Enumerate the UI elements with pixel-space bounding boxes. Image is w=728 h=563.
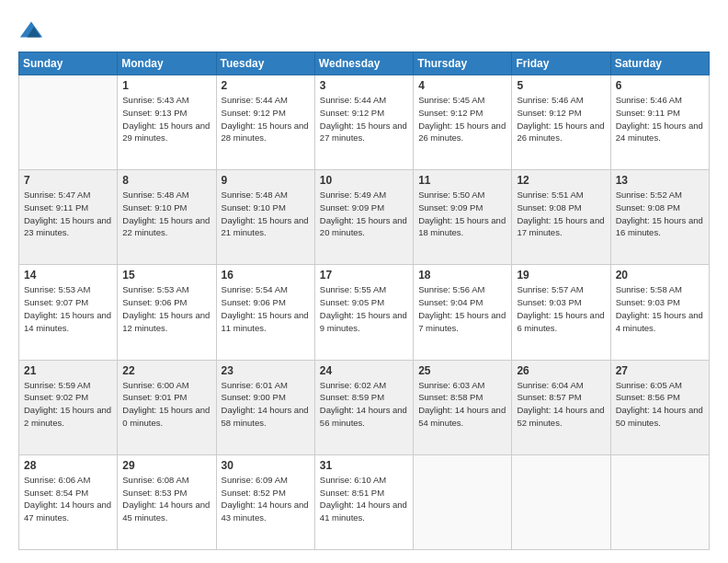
cell-info: Sunrise: 6:00 AMSunset: 9:01 PMDaylight:… <box>122 379 210 430</box>
calendar-header-cell: Thursday <box>414 52 512 75</box>
calendar-cell <box>512 454 610 549</box>
calendar-cell: 25Sunrise: 6:03 AMSunset: 8:58 PMDayligh… <box>414 360 512 454</box>
cell-date: 11 <box>418 174 506 187</box>
cell-info: Sunrise: 5:55 AMSunset: 9:05 PMDaylight:… <box>320 283 408 334</box>
calendar-cell: 6Sunrise: 5:46 AMSunset: 9:11 PMDaylight… <box>610 75 709 170</box>
calendar-header-cell: Wednesday <box>314 52 413 75</box>
cell-date: 15 <box>122 269 210 282</box>
calendar-cell: 26Sunrise: 6:04 AMSunset: 8:57 PMDayligh… <box>512 360 610 454</box>
cell-info: Sunrise: 5:54 AMSunset: 9:06 PMDaylight:… <box>222 283 310 334</box>
cell-info: Sunrise: 6:06 AMSunset: 8:54 PMDaylight:… <box>24 474 112 524</box>
calendar-week-row: 14Sunrise: 5:53 AMSunset: 9:07 PMDayligh… <box>19 265 710 360</box>
calendar-cell: 28Sunrise: 6:06 AMSunset: 8:54 PMDayligh… <box>19 454 118 549</box>
cell-date: 9 <box>222 174 310 187</box>
cell-date: 24 <box>320 364 408 377</box>
logo <box>18 17 48 42</box>
calendar-header-cell: Friday <box>512 52 610 75</box>
calendar-cell: 1Sunrise: 5:43 AMSunset: 9:13 PMDaylight… <box>118 75 216 170</box>
calendar-table: SundayMondayTuesdayWednesdayThursdayFrid… <box>18 52 710 550</box>
cell-date: 25 <box>418 364 506 377</box>
cell-info: Sunrise: 5:48 AMSunset: 9:10 PMDaylight:… <box>222 189 310 239</box>
calendar-header-cell: Sunday <box>19 52 118 75</box>
calendar-cell: 9Sunrise: 5:48 AMSunset: 9:10 PMDaylight… <box>216 170 314 265</box>
cell-date: 20 <box>616 269 704 282</box>
calendar-cell: 16Sunrise: 5:54 AMSunset: 9:06 PMDayligh… <box>216 265 314 360</box>
cell-info: Sunrise: 6:08 AMSunset: 8:53 PMDaylight:… <box>122 474 210 524</box>
cell-info: Sunrise: 6:05 AMSunset: 8:56 PMDaylight:… <box>616 379 704 430</box>
cell-date: 2 <box>222 79 310 92</box>
calendar-cell: 2Sunrise: 5:44 AMSunset: 9:12 PMDaylight… <box>216 75 314 170</box>
cell-info: Sunrise: 5:44 AMSunset: 9:12 PMDaylight:… <box>320 94 408 144</box>
calendar-week-row: 28Sunrise: 6:06 AMSunset: 8:54 PMDayligh… <box>19 454 710 549</box>
cell-info: Sunrise: 5:48 AMSunset: 9:10 PMDaylight:… <box>122 189 210 239</box>
logo-icon <box>18 17 44 42</box>
cell-info: Sunrise: 6:10 AMSunset: 8:51 PMDaylight:… <box>320 474 408 524</box>
calendar-cell: 29Sunrise: 6:08 AMSunset: 8:53 PMDayligh… <box>118 454 216 549</box>
cell-date: 27 <box>616 364 704 377</box>
calendar-cell: 11Sunrise: 5:50 AMSunset: 9:09 PMDayligh… <box>414 170 512 265</box>
header <box>18 17 710 42</box>
cell-info: Sunrise: 5:52 AMSunset: 9:08 PMDaylight:… <box>616 189 704 239</box>
cell-date: 13 <box>616 174 704 187</box>
cell-date: 10 <box>320 174 408 187</box>
cell-info: Sunrise: 5:51 AMSunset: 9:08 PMDaylight:… <box>517 189 605 239</box>
cell-info: Sunrise: 5:56 AMSunset: 9:04 PMDaylight:… <box>418 283 506 334</box>
cell-date: 12 <box>517 174 605 187</box>
cell-date: 21 <box>24 364 112 377</box>
calendar-cell: 19Sunrise: 5:57 AMSunset: 9:03 PMDayligh… <box>512 265 610 360</box>
calendar-cell <box>414 454 512 549</box>
cell-date: 3 <box>320 79 408 92</box>
calendar-cell: 7Sunrise: 5:47 AMSunset: 9:11 PMDaylight… <box>19 170 118 265</box>
cell-date: 7 <box>24 174 112 187</box>
calendar-week-row: 1Sunrise: 5:43 AMSunset: 9:13 PMDaylight… <box>19 75 710 170</box>
calendar-cell: 24Sunrise: 6:02 AMSunset: 8:59 PMDayligh… <box>314 360 413 454</box>
calendar-cell: 30Sunrise: 6:09 AMSunset: 8:52 PMDayligh… <box>216 454 314 549</box>
cell-date: 29 <box>122 459 210 472</box>
calendar-cell: 20Sunrise: 5:58 AMSunset: 9:03 PMDayligh… <box>610 265 709 360</box>
cell-info: Sunrise: 5:53 AMSunset: 9:06 PMDaylight:… <box>122 283 210 334</box>
calendar-cell: 3Sunrise: 5:44 AMSunset: 9:12 PMDaylight… <box>314 75 413 170</box>
cell-date: 28 <box>24 459 112 472</box>
calendar-header-cell: Monday <box>118 52 216 75</box>
calendar-cell: 31Sunrise: 6:10 AMSunset: 8:51 PMDayligh… <box>314 454 413 549</box>
calendar-cell: 14Sunrise: 5:53 AMSunset: 9:07 PMDayligh… <box>19 265 118 360</box>
cell-info: Sunrise: 5:46 AMSunset: 9:12 PMDaylight:… <box>517 94 605 144</box>
calendar-cell: 13Sunrise: 5:52 AMSunset: 9:08 PMDayligh… <box>610 170 709 265</box>
cell-date: 4 <box>418 79 506 92</box>
cell-date: 19 <box>517 269 605 282</box>
cell-info: Sunrise: 5:58 AMSunset: 9:03 PMDaylight:… <box>616 283 704 334</box>
cell-date: 14 <box>24 269 112 282</box>
cell-info: Sunrise: 6:03 AMSunset: 8:58 PMDaylight:… <box>418 379 506 430</box>
calendar-cell: 4Sunrise: 5:45 AMSunset: 9:12 PMDaylight… <box>414 75 512 170</box>
calendar-cell: 23Sunrise: 6:01 AMSunset: 9:00 PMDayligh… <box>216 360 314 454</box>
cell-info: Sunrise: 5:45 AMSunset: 9:12 PMDaylight:… <box>418 94 506 144</box>
calendar-header-cell: Tuesday <box>216 52 314 75</box>
calendar-week-row: 7Sunrise: 5:47 AMSunset: 9:11 PMDaylight… <box>19 170 710 265</box>
cell-info: Sunrise: 5:57 AMSunset: 9:03 PMDaylight:… <box>517 283 605 334</box>
calendar-cell: 21Sunrise: 5:59 AMSunset: 9:02 PMDayligh… <box>19 360 118 454</box>
calendar-cell: 18Sunrise: 5:56 AMSunset: 9:04 PMDayligh… <box>414 265 512 360</box>
cell-date: 26 <box>517 364 605 377</box>
cell-date: 23 <box>222 364 310 377</box>
cell-info: Sunrise: 5:49 AMSunset: 9:09 PMDaylight:… <box>320 189 408 239</box>
cell-info: Sunrise: 6:02 AMSunset: 8:59 PMDaylight:… <box>320 379 408 430</box>
cell-date: 6 <box>616 79 704 92</box>
calendar-cell: 27Sunrise: 6:05 AMSunset: 8:56 PMDayligh… <box>610 360 709 454</box>
cell-info: Sunrise: 5:53 AMSunset: 9:07 PMDaylight:… <box>24 283 112 334</box>
calendar-week-row: 21Sunrise: 5:59 AMSunset: 9:02 PMDayligh… <box>19 360 710 454</box>
calendar-header-cell: Saturday <box>610 52 709 75</box>
calendar-cell: 12Sunrise: 5:51 AMSunset: 9:08 PMDayligh… <box>512 170 610 265</box>
cell-info: Sunrise: 5:46 AMSunset: 9:11 PMDaylight:… <box>616 94 704 144</box>
cell-info: Sunrise: 5:43 AMSunset: 9:13 PMDaylight:… <box>122 94 210 144</box>
cell-date: 16 <box>222 269 310 282</box>
calendar-cell: 8Sunrise: 5:48 AMSunset: 9:10 PMDaylight… <box>118 170 216 265</box>
page: SundayMondayTuesdayWednesdayThursdayFrid… <box>0 0 728 563</box>
cell-date: 22 <box>122 364 210 377</box>
cell-date: 30 <box>222 459 310 472</box>
cell-date: 31 <box>320 459 408 472</box>
cell-date: 18 <box>418 269 506 282</box>
cell-date: 17 <box>320 269 408 282</box>
calendar-cell: 15Sunrise: 5:53 AMSunset: 9:06 PMDayligh… <box>118 265 216 360</box>
cell-info: Sunrise: 5:44 AMSunset: 9:12 PMDaylight:… <box>222 94 310 144</box>
cell-info: Sunrise: 5:59 AMSunset: 9:02 PMDaylight:… <box>24 379 112 430</box>
